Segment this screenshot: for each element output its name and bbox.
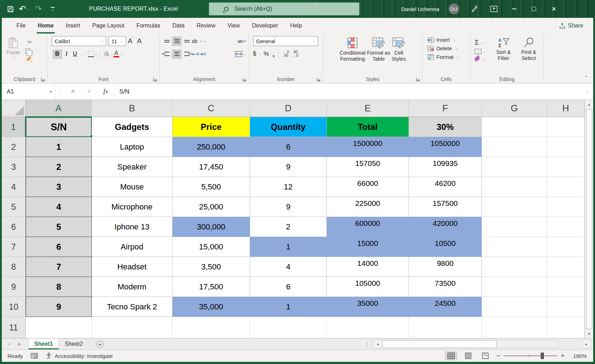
cell-F10[interactable]: 24500 xyxy=(409,297,482,317)
fill-button[interactable]: ↓⌄ xyxy=(475,49,491,54)
cell-A3[interactable]: 2 xyxy=(26,157,92,177)
page-layout-view-button[interactable] xyxy=(462,351,474,360)
cell-F2[interactable]: 1050000 xyxy=(409,137,482,157)
tab-sheet1[interactable]: Sheet1 xyxy=(28,339,59,349)
new-sheet-button[interactable]: + xyxy=(96,340,104,348)
center-button[interactable] xyxy=(172,49,182,59)
cell-B10[interactable]: Tecno Spark 2 xyxy=(92,297,172,317)
cell-C1[interactable]: Price xyxy=(172,117,250,137)
middle-align-button[interactable] xyxy=(172,36,182,46)
cell-E9[interactable]: 105000 xyxy=(327,277,409,297)
cell-E3[interactable]: 157050 xyxy=(327,157,409,177)
cell-E8[interactable]: 14000 xyxy=(327,257,409,277)
cell-B11[interactable] xyxy=(92,317,172,338)
tab-sheet2[interactable]: Sheet2 xyxy=(59,339,89,349)
font-name-combo[interactable]: Calibri⌄ xyxy=(52,36,106,46)
macro-record-icon[interactable] xyxy=(31,353,38,359)
format-cells-button[interactable]: Format⌄ xyxy=(425,54,468,60)
column-header-H[interactable]: H xyxy=(547,100,585,117)
name-box-dropdown-icon[interactable]: ▾ xyxy=(50,90,52,93)
insert-cells-button[interactable]: Insert⌄ xyxy=(425,37,468,43)
row-header-8[interactable]: 8 xyxy=(2,257,26,277)
conditional-formatting-button[interactable]: Conditional Formatting xyxy=(340,36,366,75)
cell-B7[interactable]: Airpod xyxy=(92,237,172,257)
decrease-decimal-button[interactable]: .00→.0 xyxy=(290,50,300,57)
horizontal-scroll-thumb[interactable] xyxy=(382,340,496,348)
cell-F9[interactable]: 73500 xyxy=(409,277,482,297)
cell-G6[interactable] xyxy=(482,217,547,237)
merge-center-button[interactable]: ⌄ xyxy=(235,51,246,57)
align-right-button[interactable] xyxy=(182,49,192,59)
normal-view-button[interactable] xyxy=(445,351,457,360)
cell-G4[interactable] xyxy=(482,177,547,197)
row-header-7[interactable]: 7 xyxy=(2,237,26,257)
column-header-E[interactable]: E xyxy=(327,100,409,117)
cell-H4[interactable] xyxy=(547,177,585,197)
fill-handle[interactable] xyxy=(90,135,92,138)
cell-C9[interactable]: 17,500 xyxy=(172,277,250,297)
decrease-font-button[interactable]: Aˇ xyxy=(135,37,145,45)
expand-formula-bar-button[interactable]: ⌄ xyxy=(581,84,593,100)
column-header-B[interactable]: B xyxy=(92,100,172,117)
cell-E7[interactable]: 15000 xyxy=(327,237,409,257)
cell-C4[interactable]: 5,500 xyxy=(172,177,250,197)
tab-page-layout[interactable]: Page Layout xyxy=(86,18,130,34)
tab-file[interactable]: File xyxy=(10,18,32,34)
font-dialog-launcher[interactable] xyxy=(153,77,158,82)
bold-button[interactable]: B xyxy=(52,49,62,59)
formula-input[interactable]: S/N xyxy=(114,84,581,100)
cell-H6[interactable] xyxy=(547,217,585,237)
cell-E1[interactable]: Total xyxy=(327,117,409,137)
cell-F3[interactable]: 109935 xyxy=(409,157,482,177)
cell-E4[interactable]: 66000 xyxy=(327,177,409,197)
cell-A7[interactable]: 6 xyxy=(26,237,92,257)
cell-E2[interactable]: 1500000 xyxy=(327,137,409,157)
cell-D4[interactable]: 12 xyxy=(250,177,327,197)
row-header-3[interactable]: 3 xyxy=(2,157,26,177)
vertical-scroll-thumb[interactable] xyxy=(586,109,592,329)
undo-button[interactable]: ↶⌄ xyxy=(19,5,30,13)
column-header-D[interactable]: D xyxy=(250,100,327,117)
cell-D6[interactable]: 2 xyxy=(250,217,327,237)
formula-bar-handle[interactable]: ⋮ xyxy=(55,84,65,100)
cell-B2[interactable]: Laptop xyxy=(92,137,172,157)
tab-formulas[interactable]: Formulas xyxy=(130,18,166,34)
row-header-11[interactable]: 11 xyxy=(2,317,26,338)
vertical-scrollbar[interactable]: ▲ ▼ xyxy=(585,100,593,338)
tab-view[interactable]: View xyxy=(221,18,246,34)
cell-A2[interactable]: 1 xyxy=(26,137,92,157)
cell-C10[interactable]: 35,000 xyxy=(172,297,250,317)
paste-button[interactable]: Paste ⌄ xyxy=(4,36,22,75)
cancel-entry-button[interactable]: ✕ xyxy=(65,84,81,100)
percent-button[interactable]: % xyxy=(262,50,271,57)
cell-F1[interactable]: 30% xyxy=(409,117,482,137)
cell-A11[interactable] xyxy=(26,317,92,338)
page-break-preview-button[interactable] xyxy=(479,351,491,360)
tab-review[interactable]: Review xyxy=(191,18,221,34)
cell-D7[interactable]: 1 xyxy=(250,237,327,257)
scroll-up-button[interactable]: ▲ xyxy=(585,100,593,109)
cell-F7[interactable]: 10500 xyxy=(409,237,482,257)
cell-G11[interactable] xyxy=(482,317,547,338)
cell-A1-selected[interactable]: S/N xyxy=(26,117,92,137)
font-color-button[interactable]: A⌄ xyxy=(114,50,123,57)
row-header-6[interactable]: 6 xyxy=(2,217,26,237)
row-header-10[interactable]: 10 xyxy=(2,297,26,317)
cell-E10[interactable]: 35000 xyxy=(327,297,409,317)
row-header-4[interactable]: 4 xyxy=(2,177,26,197)
minimize-button[interactable] xyxy=(509,4,519,14)
clipboard-dialog-launcher[interactable] xyxy=(41,77,45,82)
close-button[interactable]: ✕ xyxy=(549,4,559,14)
row-header-2[interactable]: 2 xyxy=(2,137,26,157)
cell-C6[interactable]: 300,000 xyxy=(172,217,250,237)
tab-insert[interactable]: Insert xyxy=(60,18,86,34)
cell-F5[interactable]: 157500 xyxy=(409,197,482,217)
alignment-dialog-launcher[interactable] xyxy=(242,77,247,82)
scroll-left-button[interactable]: ◄ xyxy=(373,340,382,348)
cell-H8[interactable] xyxy=(547,257,585,277)
cell-C8[interactable]: 3,500 xyxy=(172,257,250,277)
maximize-button[interactable] xyxy=(529,4,539,14)
zoom-slider[interactable] xyxy=(504,355,557,356)
cell-G5[interactable] xyxy=(482,197,547,217)
select-all-corner[interactable] xyxy=(2,100,26,117)
